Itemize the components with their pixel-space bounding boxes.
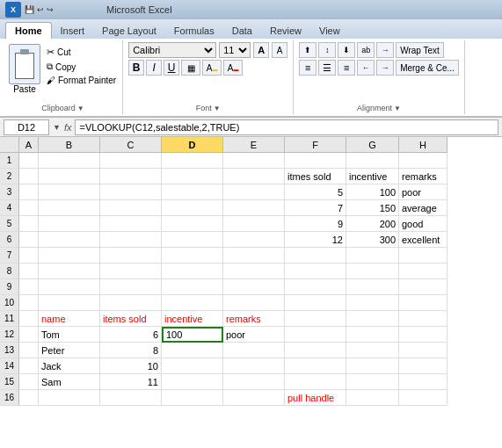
- cell-A6[interactable]: [19, 232, 39, 248]
- cell-H12[interactable]: [399, 327, 447, 343]
- cell-E12[interactable]: poor: [223, 327, 285, 343]
- cell-D5[interactable]: [162, 216, 223, 232]
- quick-undo-btn[interactable]: ↩: [37, 5, 44, 14]
- cell-D6[interactable]: [162, 232, 223, 248]
- cell-E2[interactable]: [223, 169, 285, 184]
- cell-E9[interactable]: [223, 279, 285, 295]
- cell-D2[interactable]: [162, 169, 223, 184]
- cell-G6[interactable]: 300: [346, 232, 399, 248]
- cell-H6[interactable]: excellent: [399, 232, 447, 248]
- cell-G9[interactable]: [346, 279, 399, 295]
- italic-button[interactable]: I: [146, 60, 162, 76]
- cell-G14[interactable]: [346, 358, 399, 374]
- cell-F2[interactable]: itmes sold: [285, 169, 346, 184]
- row-header[interactable]: 15: [0, 374, 19, 390]
- row-header[interactable]: 14: [0, 358, 19, 374]
- tab-insert[interactable]: Insert: [52, 23, 94, 39]
- cell-E6[interactable]: [223, 232, 285, 248]
- cell-B10[interactable]: [39, 295, 100, 311]
- cell-H11[interactable]: [399, 311, 447, 327]
- cell-H3[interactable]: poor: [399, 184, 447, 200]
- cell-B5[interactable]: [39, 216, 100, 232]
- copy-button[interactable]: ⧉ Copy: [44, 61, 119, 73]
- row-header[interactable]: 13: [0, 343, 19, 358]
- cell-C15[interactable]: 11: [100, 374, 162, 390]
- cell-E5[interactable]: [223, 216, 285, 232]
- cell-A12[interactable]: [19, 327, 39, 343]
- cell-E15[interactable]: [223, 374, 285, 390]
- quick-save-btn[interactable]: 💾: [25, 5, 34, 14]
- cell-H7[interactable]: [399, 248, 447, 264]
- cell-A9[interactable]: [19, 279, 39, 295]
- cell-C9[interactable]: [100, 279, 162, 295]
- cell-E13[interactable]: [223, 343, 285, 358]
- cell-E16[interactable]: [223, 390, 285, 406]
- cell-G10[interactable]: [346, 295, 399, 311]
- cell-A1[interactable]: [19, 153, 39, 169]
- cell-F4[interactable]: 7: [285, 200, 346, 216]
- row-header[interactable]: 8: [0, 264, 19, 279]
- cell-A7[interactable]: [19, 248, 39, 264]
- col-header-H[interactable]: H: [399, 137, 447, 153]
- cell-F12[interactable]: [285, 327, 346, 343]
- top-align-btn[interactable]: ⬆: [299, 42, 316, 58]
- cell-A14[interactable]: [19, 358, 39, 374]
- cell-A15[interactable]: [19, 374, 39, 390]
- cell-C6[interactable]: [100, 232, 162, 248]
- row-header[interactable]: 5: [0, 216, 19, 232]
- cell-B16[interactable]: [39, 390, 100, 406]
- font-color-btn[interactable]: A▬: [223, 60, 243, 76]
- cell-C2[interactable]: [100, 169, 162, 184]
- cell-D4[interactable]: [162, 200, 223, 216]
- formula-input[interactable]: [75, 119, 498, 135]
- cell-B1[interactable]: [39, 153, 100, 169]
- col-header-F[interactable]: F: [285, 137, 346, 153]
- cell-G1[interactable]: [346, 153, 399, 169]
- row-header[interactable]: 11: [0, 311, 19, 327]
- cell-H8[interactable]: [399, 264, 447, 279]
- cell-B15[interactable]: Sam: [39, 374, 100, 390]
- col-header-E[interactable]: E: [223, 137, 285, 153]
- row-header[interactable]: 7: [0, 248, 19, 264]
- underline-button[interactable]: U: [164, 60, 179, 76]
- cell-A8[interactable]: [19, 264, 39, 279]
- row-header[interactable]: 10: [0, 295, 19, 311]
- cell-F15[interactable]: [285, 374, 346, 390]
- cell-G5[interactable]: 200: [346, 216, 399, 232]
- cell-C12[interactable]: 6: [100, 327, 162, 343]
- cell-G11[interactable]: [346, 311, 399, 327]
- cell-H1[interactable]: [399, 153, 447, 169]
- cell-B12[interactable]: Tom: [39, 327, 100, 343]
- tab-data[interactable]: Data: [223, 23, 261, 39]
- cell-D14[interactable]: [162, 358, 223, 374]
- font-size-select[interactable]: 11: [219, 42, 251, 58]
- cell-B4[interactable]: [39, 200, 100, 216]
- cell-C7[interactable]: [100, 248, 162, 264]
- cell-H2[interactable]: remarks: [399, 169, 447, 184]
- cell-B9[interactable]: [39, 279, 100, 295]
- cell-C10[interactable]: [100, 295, 162, 311]
- border-button[interactable]: ▦: [181, 60, 200, 76]
- cell-F7[interactable]: [285, 248, 346, 264]
- cell-C3[interactable]: [100, 184, 162, 200]
- tab-home[interactable]: Home: [5, 22, 52, 39]
- cell-H16[interactable]: [399, 390, 447, 406]
- cell-G4[interactable]: 150: [346, 200, 399, 216]
- cell-E8[interactable]: [223, 264, 285, 279]
- cell-B8[interactable]: [39, 264, 100, 279]
- dropdown-arrow[interactable]: ▼: [53, 123, 61, 132]
- cell-F8[interactable]: [285, 264, 346, 279]
- cell-D11[interactable]: incentive: [162, 311, 223, 327]
- cell-C11[interactable]: items sold: [100, 311, 162, 327]
- cell-H4[interactable]: average: [399, 200, 447, 216]
- fill-color-btn[interactable]: A▬: [202, 60, 222, 76]
- cell-D7[interactable]: [162, 248, 223, 264]
- cell-C14[interactable]: 10: [100, 358, 162, 374]
- cell-F1[interactable]: [285, 153, 346, 169]
- tab-view[interactable]: View: [310, 23, 349, 39]
- cell-F10[interactable]: [285, 295, 346, 311]
- merge-cells-button[interactable]: Merge & Ce...: [396, 60, 459, 76]
- cell-A16[interactable]: [19, 390, 39, 406]
- cell-D10[interactable]: [162, 295, 223, 311]
- cell-F5[interactable]: 9: [285, 216, 346, 232]
